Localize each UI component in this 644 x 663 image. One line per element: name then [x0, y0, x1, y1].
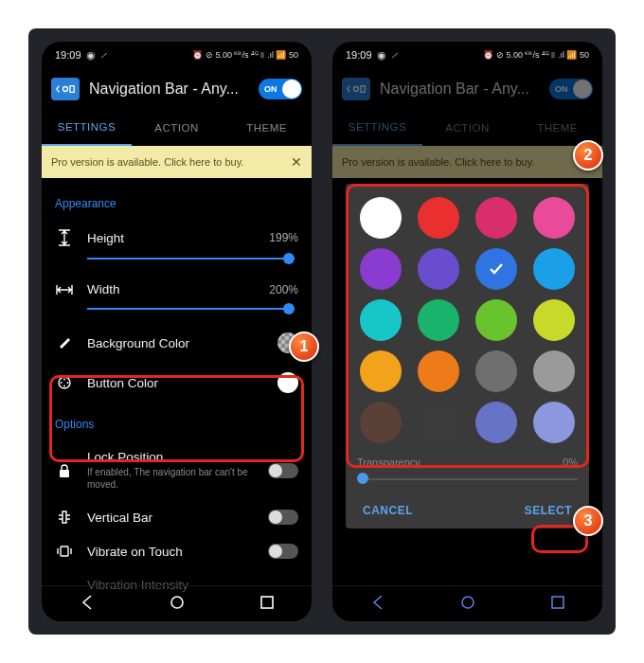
nav-home-icon[interactable] — [169, 594, 186, 615]
svg-rect-11 — [552, 597, 564, 608]
status-icons-right: ⏰ ⊘ 5.00 ᴷᴮ/s ⁴ᴳ ⫴ .ıl 📶 50 — [192, 50, 298, 61]
callout-2: 2 — [573, 140, 603, 170]
promo-banner[interactable]: Pro version is available. Click here to … — [42, 146, 312, 178]
status-bar: 19:09◉ ⟋ ⏰ ⊘ 5.00 ᴷᴮ/s ⁴ᴳ ⫴ .ıl 📶 50 — [42, 42, 312, 68]
bgcolor-icon — [55, 335, 74, 350]
vertical-toggle[interactable] — [268, 510, 298, 525]
tab-settings[interactable]: SETTINGS — [42, 110, 132, 146]
app-icon — [51, 78, 80, 100]
section-appearance: Appearance — [55, 197, 298, 210]
nav-home-icon[interactable] — [459, 594, 476, 615]
vibrate-icon — [55, 545, 74, 558]
bgcolor-label: Background Color — [87, 336, 189, 350]
svg-rect-8 — [261, 597, 273, 608]
toggle-on-label: ON — [264, 84, 277, 94]
app-icon — [342, 78, 370, 100]
row-vertical[interactable]: Vertical Bar — [55, 500, 298, 534]
cancel-button[interactable]: CANCEL — [363, 504, 413, 517]
row-vibrate[interactable]: Vibrate on Touch — [55, 534, 298, 568]
tabs: SETTINGS ACTION THEME — [42, 110, 312, 146]
master-toggle[interactable]: ON — [259, 79, 302, 99]
height-icon — [55, 229, 74, 246]
promo-close-icon[interactable]: ✕ — [291, 154, 302, 170]
width-label: Width — [87, 282, 120, 296]
vibrate-toggle[interactable] — [268, 544, 298, 559]
master-toggle: ON — [549, 79, 593, 99]
select-button[interactable]: SELECT — [525, 504, 572, 517]
system-navbar — [42, 585, 312, 621]
row-bgcolor[interactable]: Background Color — [55, 323, 298, 363]
status-time: 19:09 — [55, 49, 81, 61]
system-navbar — [332, 585, 602, 621]
nav-recent-icon[interactable] — [259, 594, 276, 615]
svg-rect-6 — [61, 547, 68, 556]
vertical-icon — [55, 510, 74, 525]
tab-action[interactable]: ACTION — [132, 110, 222, 146]
width-icon — [55, 283, 74, 296]
row-height[interactable]: Height 199% — [55, 220, 298, 256]
callout-1: 1 — [289, 332, 319, 362]
promo-text: Pro version is available. Click here to … — [51, 156, 243, 168]
svg-point-7 — [171, 597, 183, 608]
width-value: 200% — [269, 283, 298, 296]
vertical-label: Vertical Bar — [87, 511, 152, 525]
transparency-slider[interactable] — [357, 472, 578, 487]
highlight-grid — [346, 184, 589, 468]
nav-recent-icon[interactable] — [549, 594, 566, 615]
nav-back-icon[interactable] — [369, 594, 386, 615]
tab-theme[interactable]: THEME — [222, 110, 312, 146]
phone-right: 19:09◉ ⟋ ⏰ ⊘ 5.00 ᴷᴮ/s ⁴ᴳ ⫴ .ıl 📶 50 Nav… — [332, 42, 602, 621]
lock-toggle[interactable] — [268, 463, 298, 478]
width-slider[interactable] — [87, 302, 295, 315]
status-icons-left: ◉ ⟋ — [86, 49, 109, 62]
svg-point-10 — [462, 597, 474, 608]
app-header: Navigation Bar - Any... ON — [42, 68, 312, 110]
vibrate-label: Vibrate on Touch — [87, 545, 183, 559]
status-bar: 19:09◉ ⟋ ⏰ ⊘ 5.00 ᴷᴮ/s ⁴ᴳ ⫴ .ıl 📶 50 — [332, 42, 602, 68]
highlight-colors — [49, 375, 304, 462]
lock-icon — [55, 463, 74, 478]
row-width[interactable]: Width 200% — [55, 273, 298, 306]
svg-rect-5 — [60, 470, 69, 477]
height-slider[interactable] — [87, 252, 295, 265]
phone-left: 19:09◉ ⟋ ⏰ ⊘ 5.00 ᴷᴮ/s ⁴ᴳ ⫴ .ıl 📶 50 Nav… — [42, 42, 312, 621]
app-title: Navigation Bar - Any... — [89, 81, 249, 98]
lock-sub: If enabled, The navigation bar can't be … — [87, 466, 255, 491]
height-value: 199% — [269, 231, 298, 244]
nav-back-icon[interactable] — [79, 594, 96, 615]
callout-3: 3 — [573, 506, 603, 536]
height-label: Height — [87, 231, 124, 245]
